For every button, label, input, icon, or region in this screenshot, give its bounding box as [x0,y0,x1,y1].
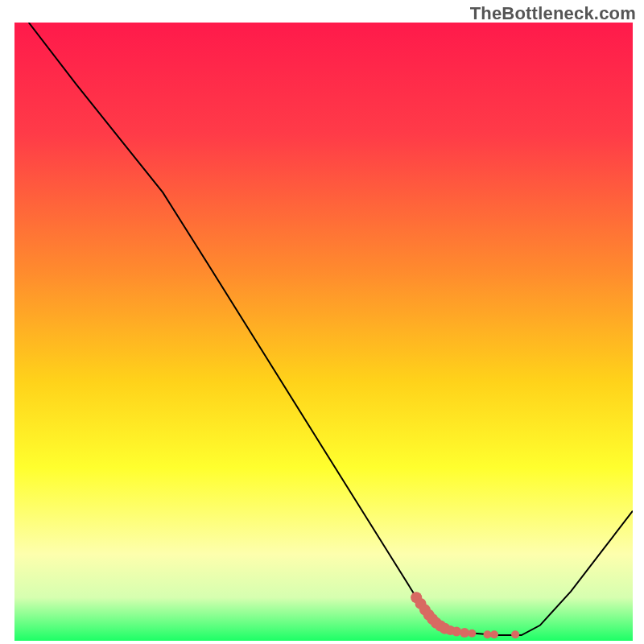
gradient-background [14,23,633,641]
marker-dot [468,630,476,638]
marker-dot [511,630,519,638]
chart-svg [14,23,633,641]
chart-stage: TheBottleneck.com [0,0,644,644]
marker-dot [490,630,498,638]
marker-dot [460,628,469,638]
plot-area [14,23,633,641]
watermark-text: TheBottleneck.com [470,3,636,24]
